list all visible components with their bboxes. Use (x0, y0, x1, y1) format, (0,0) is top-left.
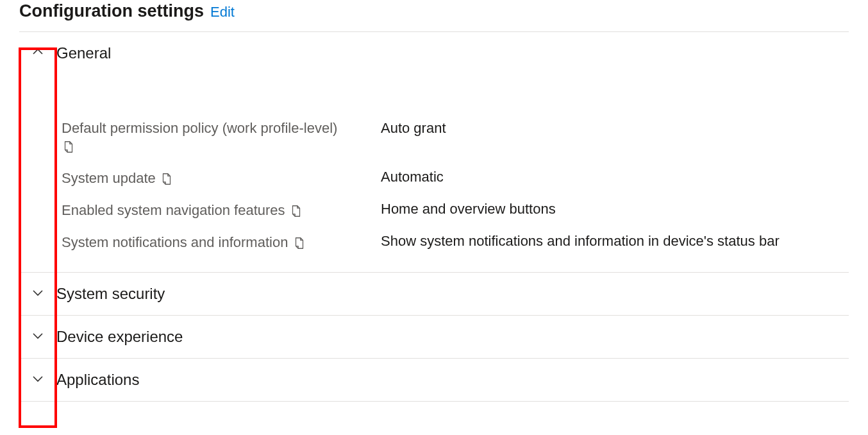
setting-row-system-update: System update Automatic (19, 162, 849, 194)
section-title-general: General (56, 44, 111, 62)
section-header-general[interactable]: General (19, 32, 849, 74)
chevron-up-icon (31, 46, 44, 61)
section-header-device-experience[interactable]: Device experience (19, 316, 849, 359)
setting-value: Show system notifications and informatio… (381, 233, 849, 250)
setting-value: Automatic (381, 169, 849, 185)
page-title: Configuration settings (19, 1, 204, 21)
info-icon[interactable] (292, 236, 306, 250)
section-title-system-security: System security (56, 285, 165, 303)
info-icon[interactable] (62, 140, 76, 154)
setting-row-navigation-features: Enabled system navigation features Home … (19, 194, 849, 226)
chevron-down-icon (31, 329, 44, 345)
edit-link[interactable]: Edit (210, 4, 235, 21)
setting-label: Enabled system navigation features (62, 202, 285, 218)
section-body-general: Default permission policy (work profile-… (19, 74, 849, 273)
chevron-down-icon (31, 286, 44, 302)
setting-value: Auto grant (381, 120, 849, 137)
section-header-system-security[interactable]: System security (19, 273, 849, 316)
chevron-down-icon (31, 372, 44, 388)
section-header-applications[interactable]: Applications (19, 359, 849, 402)
section-title-applications: Applications (56, 371, 139, 389)
info-icon[interactable] (289, 204, 303, 218)
setting-row-system-notifications: System notifications and information Sho… (19, 226, 849, 258)
setting-row-permission-policy: Default permission policy (work profile-… (19, 113, 849, 162)
setting-value: Home and overview buttons (381, 201, 849, 218)
page-header: Configuration settings Edit (19, 0, 849, 31)
info-icon[interactable] (160, 172, 174, 186)
setting-label: Default permission policy (work profile-… (62, 120, 337, 136)
setting-label: System update (62, 170, 156, 186)
setting-label: System notifications and information (62, 234, 288, 250)
section-title-device-experience: Device experience (56, 328, 183, 346)
